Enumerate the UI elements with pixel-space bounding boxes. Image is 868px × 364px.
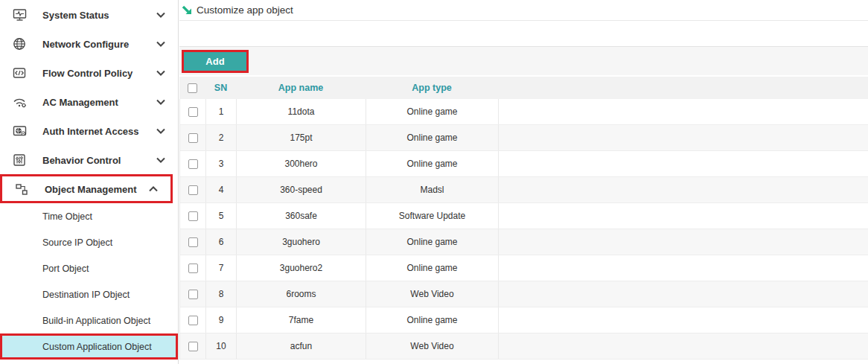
cell-app-type: Online game bbox=[366, 307, 499, 333]
sidebar-item-label: Flow Control Policy bbox=[42, 67, 133, 78]
sidebar-subitem-label: Time Object bbox=[42, 211, 92, 222]
main-content: Customize app object Add SN App name App… bbox=[179, 0, 868, 364]
cell-empty bbox=[499, 99, 868, 124]
sidebar-item-label: Auth Internet Access bbox=[42, 125, 139, 136]
checkbox-cell bbox=[180, 99, 206, 124]
cell-app-name: 3guohero2 bbox=[237, 255, 366, 281]
cell-empty bbox=[499, 229, 868, 255]
cell-app-type: Online game bbox=[366, 151, 499, 176]
select-all-checkbox[interactable] bbox=[188, 83, 197, 93]
chevron-down-icon bbox=[155, 154, 167, 166]
cell-app-type: Online game bbox=[366, 99, 499, 124]
app-window: System Status Network Configure Flow Con… bbox=[0, 0, 868, 364]
table-row: 9 7fame Online game bbox=[179, 307, 868, 333]
cell-app-name: 360-speed bbox=[237, 177, 366, 202]
cell-app-type: Web Video bbox=[366, 281, 499, 307]
row-checkbox[interactable] bbox=[188, 159, 198, 169]
page-title: Customize app object bbox=[197, 4, 293, 16]
sidebar-subitem-label: Destination IP Object bbox=[42, 290, 130, 300]
sidebar-subitem-time-object[interactable]: Time Object bbox=[0, 203, 178, 229]
row-checkbox[interactable] bbox=[188, 107, 198, 117]
content-spacer bbox=[179, 21, 868, 46]
table-row: 2 175pt Online game bbox=[179, 125, 868, 151]
sidebar-item-ac-management[interactable]: AC Management bbox=[0, 87, 178, 116]
row-checkbox[interactable] bbox=[188, 211, 198, 221]
row-checkbox[interactable] bbox=[188, 342, 198, 351]
cell-sn: 3 bbox=[206, 151, 237, 176]
chevron-up-icon bbox=[147, 183, 159, 195]
table-body: 1 11dota Online game 2 175pt Online game… bbox=[179, 99, 868, 360]
sidebar-item-object-management[interactable]: Object Management bbox=[0, 174, 173, 203]
cell-app-type: Web Video bbox=[366, 333, 499, 359]
cell-sn: 9 bbox=[206, 307, 237, 333]
sidebar-subitem-label: Source IP Object bbox=[42, 237, 112, 248]
sidebar-item-auth-internet-access[interactable]: Auth Internet Access bbox=[0, 116, 178, 145]
col-header-sn: SN bbox=[205, 83, 236, 93]
cell-sn: 8 bbox=[206, 281, 237, 307]
cell-app-type: Online game bbox=[366, 229, 499, 255]
breadcrumb-arrow-icon bbox=[182, 5, 192, 15]
wifi-gear-icon bbox=[11, 94, 28, 110]
add-button[interactable]: Add bbox=[184, 52, 246, 71]
cell-empty bbox=[499, 307, 868, 333]
sidebar-subitem-label: Build-in Application Object bbox=[42, 316, 150, 326]
sliders-icon bbox=[11, 152, 28, 168]
checkbox-cell bbox=[180, 281, 206, 307]
table-row: 5 360safe Software Update bbox=[179, 203, 868, 229]
cell-sn: 6 bbox=[206, 229, 237, 255]
row-checkbox[interactable] bbox=[188, 237, 198, 247]
checkbox-cell bbox=[180, 333, 206, 359]
globe-icon bbox=[11, 36, 28, 52]
sidebar-item-label: Network Configure bbox=[42, 38, 129, 49]
row-checkbox[interactable] bbox=[188, 264, 198, 273]
cell-sn: 4 bbox=[206, 177, 237, 202]
table-row: 6 3guohero Online game bbox=[179, 229, 868, 255]
toolbar: Add bbox=[179, 46, 868, 77]
col-header-app-name: App name bbox=[236, 83, 366, 93]
chevron-down-icon bbox=[155, 67, 167, 79]
checkbox-cell bbox=[180, 151, 206, 176]
sidebar-item-label: Object Management bbox=[45, 183, 137, 194]
sidebar-item-label: System Status bbox=[42, 9, 109, 20]
row-checkbox[interactable] bbox=[188, 185, 198, 195]
cell-empty bbox=[499, 151, 868, 176]
row-checkbox[interactable] bbox=[188, 290, 198, 299]
chevron-down-icon bbox=[155, 96, 167, 108]
sidebar-item-system-status[interactable]: System Status bbox=[0, 0, 178, 29]
chevron-down-icon bbox=[155, 9, 167, 21]
code-icon bbox=[11, 65, 28, 81]
checkbox-cell bbox=[180, 229, 206, 255]
cell-sn: 7 bbox=[206, 255, 237, 281]
row-checkbox[interactable] bbox=[188, 316, 198, 325]
cell-app-name: 3guohero bbox=[237, 229, 366, 255]
cell-app-name: 300hero bbox=[237, 151, 366, 176]
sidebar-subitem-build-in-application-object[interactable]: Build-in Application Object bbox=[0, 307, 178, 333]
cell-empty bbox=[499, 281, 868, 307]
select-all-cell bbox=[179, 83, 205, 93]
sidebar-subitem-destination-ip-object[interactable]: Destination IP Object bbox=[0, 281, 178, 307]
sidebar-item-network-configure[interactable]: Network Configure bbox=[0, 29, 178, 58]
cell-app-type: Online game bbox=[366, 255, 499, 281]
cell-app-type: Madsl bbox=[366, 177, 499, 202]
cell-empty bbox=[499, 125, 868, 150]
table-row: 7 3guohero2 Online game bbox=[179, 255, 868, 281]
cell-empty bbox=[499, 203, 868, 229]
cell-app-name: acfun bbox=[237, 333, 366, 359]
chevron-down-icon bbox=[155, 125, 167, 137]
table-row: 3 300hero Online game bbox=[179, 151, 868, 177]
sidebar-subitem-source-ip-object[interactable]: Source IP Object bbox=[0, 229, 178, 255]
cell-empty bbox=[499, 177, 868, 202]
row-checkbox[interactable] bbox=[188, 133, 198, 143]
sidebar-menu: System Status Network Configure Flow Con… bbox=[0, 0, 178, 203]
sidebar-subitem-custom-application-object[interactable]: Custom Application Object bbox=[0, 333, 178, 360]
sidebar-item-behavior-control[interactable]: Behavior Control bbox=[0, 145, 178, 174]
cell-app-name: 7fame bbox=[237, 307, 366, 333]
sidebar-subitem-port-object[interactable]: Port Object bbox=[0, 255, 178, 281]
chevron-down-icon bbox=[155, 38, 167, 50]
objects-icon bbox=[13, 181, 30, 197]
checkbox-cell bbox=[180, 177, 206, 202]
sidebar-subitem-label: Custom Application Object bbox=[42, 342, 152, 352]
cell-sn: 2 bbox=[206, 125, 237, 150]
sidebar-item-label: AC Management bbox=[42, 96, 118, 107]
sidebar-item-flow-control-policy[interactable]: Flow Control Policy bbox=[0, 58, 178, 87]
